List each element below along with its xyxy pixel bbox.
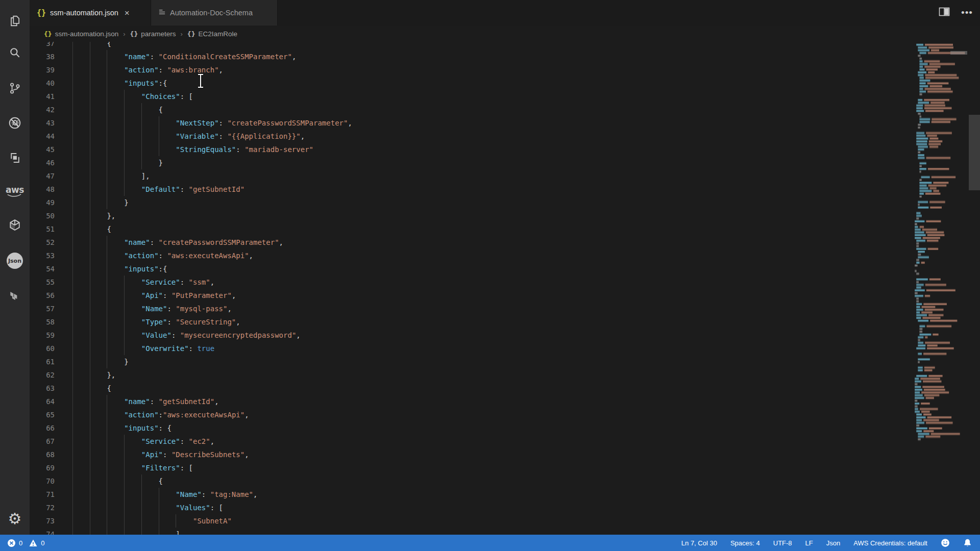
code-text: { xyxy=(72,474,163,488)
line-number: 64 xyxy=(30,395,55,408)
indentation-status[interactable]: Spaces: 4 xyxy=(730,539,760,547)
code-text: "Value": "mysecureencryptedpassword", xyxy=(72,329,301,342)
code-line[interactable]: 57"Name": "mysql-pass", xyxy=(30,302,980,315)
code-line[interactable]: 59"Value": "mysecureencryptedpassword", xyxy=(30,329,980,342)
code-line[interactable]: 65"action":"aws:executeAwsApi", xyxy=(30,408,980,421)
line-number: 51 xyxy=(30,222,55,236)
code-line[interactable]: 41"Choices": [ xyxy=(30,90,980,103)
split-editor-button[interactable] xyxy=(939,7,950,18)
code-line[interactable]: 72"Values": [ xyxy=(30,501,980,514)
tab-bar: {} ssm-automation.json × Automation-Doc-… xyxy=(30,0,980,26)
code-line[interactable]: 50}, xyxy=(30,209,980,222)
code-text: ] xyxy=(72,528,180,535)
code-line[interactable]: 38"name": "ConditionalCreateSSMParameter… xyxy=(30,50,980,63)
bug-disabled-button[interactable] xyxy=(0,108,30,138)
code-line[interactable]: 46} xyxy=(30,156,980,169)
code-text: "action": "aws:executeAwsApi", xyxy=(72,249,253,262)
feedback-smiley-icon[interactable] xyxy=(941,538,950,547)
aws-credentials-status[interactable]: AWS Credentials: default xyxy=(853,539,927,547)
line-number: 47 xyxy=(30,169,55,183)
bug-slash-icon xyxy=(8,116,22,130)
breadcrumb-label: parameters xyxy=(141,30,176,38)
code-line[interactable]: 68"Api": "DescribeSubnets", xyxy=(30,448,980,461)
code-line[interactable]: 53"action": "aws:executeAwsApi", xyxy=(30,249,980,262)
code-line[interactable]: 69"Filters": [ xyxy=(30,461,980,474)
app-composer-button[interactable] xyxy=(0,143,30,172)
warning-count: 0 xyxy=(41,539,44,547)
code-text: "inputs":{ xyxy=(72,262,167,276)
code-line[interactable]: 60"Overwrite": true xyxy=(30,342,980,355)
code-line[interactable]: 55"Service": "ssm", xyxy=(30,276,980,289)
code-line[interactable]: 45"StringEquals": "mariadb-server" xyxy=(30,143,980,156)
code-line[interactable]: 63{ xyxy=(30,382,980,395)
tab-automation-doc-schema[interactable]: Automation-Doc-Schema xyxy=(151,0,278,26)
code-line[interactable]: 43"NextStep": "createPasswordSSMParamete… xyxy=(30,116,980,130)
code-line[interactable]: 74] xyxy=(30,528,980,535)
encoding-status[interactable]: UTF-8 xyxy=(773,539,792,547)
code-line[interactable]: 67"Service": "ec2", xyxy=(30,435,980,448)
line-number: 73 xyxy=(30,514,55,528)
code-line[interactable]: 52"name": "createPasswordSSMParameter", xyxy=(30,236,980,249)
code-line[interactable]: 39"action": "aws:branch", xyxy=(30,63,980,77)
code-line[interactable]: 70{ xyxy=(30,474,980,488)
breadcrumb-label: ssm-automation.json xyxy=(55,30,119,38)
code-text: { xyxy=(72,382,111,395)
language-mode-status[interactable]: Json xyxy=(826,539,840,547)
code-text: "action":"aws:executeAwsApi", xyxy=(72,408,249,421)
mouse-ibeam-cursor xyxy=(197,73,204,88)
status-bar: 0 0 Ln 7, Col 30 Spaces: 4 UTF-8 LF Json… xyxy=(0,535,980,551)
more-actions-button[interactable]: ••• xyxy=(961,10,973,15)
code-line[interactable]: 37{ xyxy=(30,42,980,50)
code-line[interactable]: 47], xyxy=(30,169,980,183)
code-line[interactable]: 58"Type": "SecureString", xyxy=(30,315,980,329)
tab-ssm-automation[interactable]: {} ssm-automation.json × xyxy=(30,0,151,26)
line-number: 56 xyxy=(30,289,55,302)
json-file-icon: {} xyxy=(37,8,46,17)
code-line[interactable]: 56"Api": "PutParameter", xyxy=(30,289,980,302)
code-line[interactable]: 51{ xyxy=(30,222,980,236)
code-text: }, xyxy=(72,209,115,222)
code-text: } xyxy=(72,355,129,368)
aws-toolkit-button[interactable]: aws xyxy=(0,177,30,206)
code-line[interactable]: 40"inputs":{ xyxy=(30,77,980,90)
code-line[interactable]: 61} xyxy=(30,355,980,368)
code-line[interactable]: 54"inputs":{ xyxy=(30,262,980,276)
notifications-bell-icon[interactable] xyxy=(963,538,972,547)
frame-square-icon xyxy=(8,151,22,165)
code-line[interactable]: 71"Name": "tag:Name", xyxy=(30,488,980,501)
search-button[interactable] xyxy=(0,38,30,67)
eol-status[interactable]: LF xyxy=(805,539,813,547)
vertical-scrollbar-thumb[interactable] xyxy=(969,115,980,190)
tab-close-icon[interactable]: × xyxy=(125,9,130,17)
minimap-marker xyxy=(950,51,967,55)
code-line[interactable]: 62}, xyxy=(30,368,980,382)
source-control-button[interactable] xyxy=(0,73,30,103)
cursor-position-status[interactable]: Ln 7, Col 30 xyxy=(681,539,717,547)
json-tools-button[interactable]: Json xyxy=(0,246,30,276)
breadcrumb-label: EC2IamRole xyxy=(199,30,238,38)
aws-logo-text: aws xyxy=(6,185,24,195)
editor-pane[interactable]: 37{38"name": "ConditionalCreateSSMParame… xyxy=(30,42,980,535)
cube-extension-button[interactable] xyxy=(0,210,30,240)
code-text: "name": "ConditionalCreateSSMParameter", xyxy=(72,50,296,63)
code-line[interactable]: 48"Default": "getSubnetId" xyxy=(30,183,980,196)
tab-label: ssm-automation.json xyxy=(50,9,118,17)
minimap[interactable] xyxy=(911,42,970,535)
code-line[interactable]: 49} xyxy=(30,196,980,209)
code-line[interactable]: 44"Variable": "{{Application}}", xyxy=(30,130,980,143)
code-line[interactable]: 73"SubnetA" xyxy=(30,514,980,528)
line-number: 58 xyxy=(30,315,55,329)
code-line[interactable]: 42{ xyxy=(30,103,980,116)
breadcrumb-item-file[interactable]: {} ssm-automation.json xyxy=(44,30,118,38)
explorer-button[interactable] xyxy=(0,6,30,36)
terraform-button[interactable] xyxy=(0,281,30,310)
breadcrumb-item-ec2iamrole[interactable]: {} EC2IamRole xyxy=(187,30,237,38)
line-number: 43 xyxy=(30,116,55,130)
line-number: 42 xyxy=(30,103,55,116)
code-line[interactable]: 64"name": "getSubnetId", xyxy=(30,395,980,408)
line-number: 50 xyxy=(30,209,55,222)
breadcrumb-item-parameters[interactable]: {} parameters xyxy=(130,30,176,38)
problems-status[interactable]: 0 0 xyxy=(0,539,44,547)
code-line[interactable]: 66"inputs": { xyxy=(30,421,980,435)
settings-button[interactable]: ⚙ xyxy=(0,504,30,534)
